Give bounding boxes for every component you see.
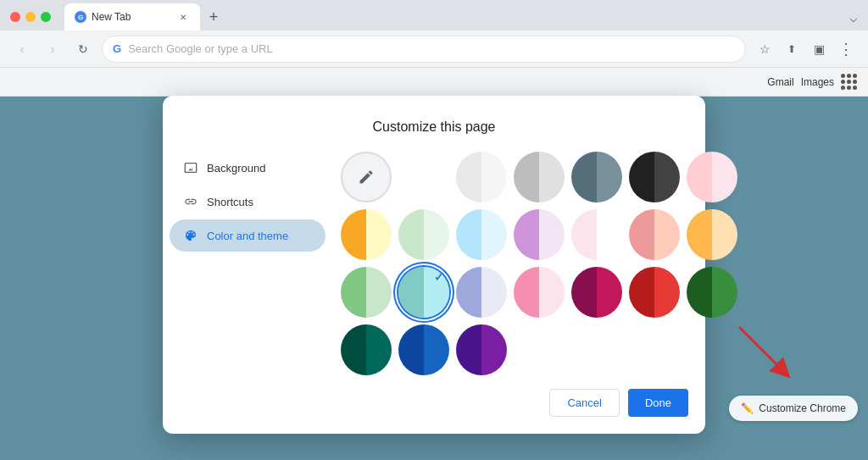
address-bar[interactable]: G Search Google or type a URL	[102, 36, 746, 63]
modal-nav: Background Shortcuts	[163, 152, 332, 375]
color-swatch-dark-red[interactable]	[629, 267, 680, 318]
traffic-lights	[10, 12, 51, 22]
color-swatch-gray[interactable]	[514, 152, 565, 202]
close-window-button[interactable]	[10, 12, 20, 22]
page-content: Customize this page Background	[0, 97, 868, 433]
nav-background[interactable]: Background	[170, 152, 326, 184]
color-swatch-dark-green[interactable]	[687, 267, 737, 318]
color-swatch-edit[interactable]	[341, 152, 392, 202]
edit-icon: ✏️	[741, 402, 754, 414]
bookmark-button[interactable]: ☆	[753, 37, 776, 61]
tab-strip-overflow-button[interactable]: ⌵	[849, 9, 858, 25]
title-bar: G New Tab ✕ + ⌵	[0, 0, 868, 30]
back-button[interactable]: ‹	[10, 37, 34, 61]
modal-title: Customize this page	[163, 119, 705, 135]
active-tab[interactable]: G New Tab ✕	[64, 3, 200, 30]
color-swatch-teal-dark[interactable]	[341, 324, 392, 375]
grid-dot	[847, 74, 851, 78]
sidebar-button[interactable]: ▣	[807, 37, 831, 61]
nav-bar: ‹ › ↻ G Search Google or type a URL ☆ ⬆ …	[0, 30, 868, 68]
nav-background-label: Background	[207, 162, 265, 175]
grid-dot	[847, 80, 851, 84]
refresh-button[interactable]: ↻	[71, 37, 95, 61]
color-swatch-light-blue[interactable]	[456, 209, 507, 260]
share-button[interactable]: ⬆	[780, 37, 804, 61]
browser-chrome: G New Tab ✕ + ⌵ ‹ › ↻ G Search Google or…	[0, 0, 868, 97]
cancel-button[interactable]: Cancel	[549, 389, 619, 417]
google-icon: G	[113, 42, 121, 55]
color-swatch-green[interactable]	[341, 267, 392, 318]
nav-actions: ☆ ⬆ ▣ ⋮	[753, 37, 858, 61]
palette-icon	[183, 228, 198, 243]
color-swatch-navy[interactable]	[398, 324, 449, 375]
grid-dot	[847, 86, 851, 90]
nav-shortcuts-label: Shortcuts	[207, 196, 253, 208]
color-swatch-pink-salmon[interactable]	[514, 267, 565, 318]
tab-close-button[interactable]: ✕	[176, 10, 190, 24]
grid-dot	[841, 86, 845, 90]
shortcuts-icon	[183, 194, 198, 209]
color-swatch-orange[interactable]	[687, 209, 737, 260]
tab-favicon: G	[75, 11, 86, 23]
background-icon	[183, 160, 198, 175]
customize-modal: Customize this page Background	[163, 96, 705, 434]
tab-bar: G New Tab ✕ +	[58, 3, 232, 30]
images-link[interactable]: Images	[801, 76, 834, 88]
top-bar: Gmail Images	[0, 68, 868, 97]
color-swatch-selected-blue[interactable]: ✓	[398, 267, 449, 318]
grid-dot	[853, 80, 857, 84]
color-swatch-yellow[interactable]	[341, 209, 392, 260]
grid-dot	[841, 80, 845, 84]
color-swatch-dark-gray[interactable]	[571, 152, 622, 202]
customize-chrome-button[interactable]: ✏️ Customize Chrome	[729, 396, 858, 421]
color-swatch-purple[interactable]	[456, 324, 507, 375]
color-swatch-white[interactable]	[398, 152, 449, 202]
forward-button[interactable]: ›	[41, 37, 64, 61]
tab-title: New Tab	[92, 11, 131, 23]
color-grid: ✓	[341, 152, 737, 375]
color-swatch-peach[interactable]	[687, 152, 737, 202]
maximize-window-button[interactable]	[41, 12, 51, 22]
modal-overlay: Customize this page Background	[0, 97, 868, 433]
color-swatch-crimson[interactable]	[571, 267, 622, 318]
nav-color-theme-label: Color and theme	[207, 230, 288, 242]
color-swatch-salmon[interactable]	[629, 209, 680, 260]
color-swatch-light-green[interactable]	[398, 209, 449, 260]
color-swatch-lavender[interactable]	[514, 209, 565, 260]
menu-button[interactable]: ⋮	[834, 37, 858, 61]
new-tab-button[interactable]: +	[202, 5, 225, 29]
gmail-link[interactable]: Gmail	[767, 76, 793, 88]
grid-dot	[853, 74, 857, 78]
color-swatch-periwinkle[interactable]	[456, 267, 507, 318]
address-text: Search Google or type a URL	[128, 42, 273, 55]
color-swatch-black[interactable]	[629, 152, 680, 202]
nav-color-theme[interactable]: Color and theme	[170, 219, 326, 252]
grid-dot	[853, 86, 857, 90]
customize-chrome-label: Customize Chrome	[759, 402, 846, 414]
apps-icon[interactable]	[841, 74, 858, 91]
color-swatch-pink-light[interactable]	[571, 209, 622, 260]
nav-shortcuts[interactable]: Shortcuts	[170, 186, 326, 218]
modal-footer: Cancel Done	[163, 375, 705, 417]
color-grid-container: ✓	[332, 152, 754, 375]
grid-dot	[841, 74, 845, 78]
modal-body: Background Shortcuts	[163, 152, 705, 375]
minimize-window-button[interactable]	[25, 12, 36, 22]
color-swatch-light-gray[interactable]	[456, 152, 507, 202]
done-button[interactable]: Done	[628, 389, 688, 417]
